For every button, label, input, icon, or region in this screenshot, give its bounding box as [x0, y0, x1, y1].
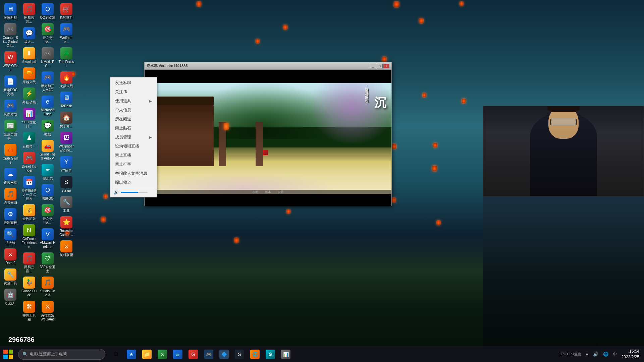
- app4-taskbar[interactable]: 🎮: [201, 347, 216, 362]
- desktop-icon-theforest[interactable]: 🌲The Forest: [58, 46, 75, 69]
- desktop-icon-rockstar[interactable]: ⭐Rockstar Games...: [58, 215, 75, 238]
- desktop-icon-jiqiren[interactable]: 🤖机器人: [2, 287, 19, 307]
- desktop-icon-qq[interactable]: Q腾讯QQ: [39, 183, 56, 202]
- desktop-icon-fengyun[interactable]: ☁逢云网盘: [2, 167, 19, 186]
- desktop-icon-newdoc[interactable]: 📄新建DOC文档: [2, 74, 19, 98]
- desktop-icon-molijia[interactable]: 🎮摩力加三人MAC: [39, 70, 56, 94]
- shuye-label: 全蒸页面事...: [2, 132, 18, 140]
- menu-item-6[interactable]: 成员管理▶: [110, 133, 157, 142]
- menu-item-3[interactable]: 个人信息: [110, 106, 157, 115]
- desktop-icon-crabgame[interactable]: 🦀Crab Game: [2, 142, 19, 166]
- desktop-icon-kongzhi[interactable]: ⚙控制面板: [2, 207, 19, 226]
- desktop-icon-yunqiyi[interactable]: ♟云棋弈...: [20, 130, 38, 150]
- desktop-icon-wallpaper[interactable]: 🖼Wallpaper Engine...: [58, 130, 75, 154]
- chuangyue-icon-img: 🔫: [23, 67, 35, 79]
- desktop-icon-fangda[interactable]: 🔍放大镜: [2, 227, 19, 246]
- desktop-icon-wps[interactable]: WWPS Office: [2, 50, 19, 73]
- desktop-icon-seo[interactable]: 📊SEO优化日...: [20, 106, 38, 130]
- desktop-icon-qqwang[interactable]: QQQ浏览器: [39, 2, 56, 21]
- menu-item-11[interactable]: 踢出频道: [110, 178, 157, 187]
- notification-area[interactable]: ∧: [584, 347, 590, 362]
- menu-item-4[interactable]: 所在频道: [110, 115, 157, 124]
- app6-taskbar[interactable]: S: [232, 347, 247, 362]
- desktop-icon-wangyi[interactable]: 🎵网易云音...: [20, 2, 38, 25]
- anquan-label: 360安全卫士: [40, 265, 56, 273]
- desktop-icon-yingjie2[interactable]: ⚔英雄联盟: [58, 239, 75, 258]
- ime-item[interactable]: 中: [612, 347, 618, 362]
- desktop-icon-moshui[interactable]: ✒墨水笔: [39, 163, 56, 182]
- volume-slider[interactable]: [121, 192, 148, 193]
- desktop-icon-nmod[interactable]: 🎮NMod+PC...: [39, 46, 56, 69]
- desktop-icon-toDesk[interactable]: 🖥ToDesk: [58, 90, 75, 110]
- desktop-icon-shenjian[interactable]: 🛠神剑工具箱: [20, 299, 38, 323]
- desktop-icon-wangyun[interactable]: 🎵网易云音...: [20, 251, 38, 275]
- desktop-icon-weixin[interactable]: 💬微信: [39, 118, 56, 138]
- desktop-icon-chuangyue[interactable]: 🔫穿越火线: [20, 66, 38, 85]
- taskview-button[interactable]: ⧉: [109, 347, 123, 362]
- win-tile-yellow: [9, 355, 13, 359]
- desktop-icon-wanjia[interactable]: 🖥玩家对战: [2, 2, 19, 21]
- desktop-icon-wanjia2[interactable]: 🎮玩家对战: [2, 98, 19, 118]
- app5-taskbar[interactable]: 🔷: [217, 347, 231, 362]
- yunzhiqi2-label: 云之奇游...: [40, 217, 56, 225]
- desktop-icon-yingjie[interactable]: ⚔英雄联盟 WeGame: [39, 299, 56, 323]
- desktop-icon-download[interactable]: ⬇download: [20, 46, 38, 65]
- start-button[interactable]: [0, 346, 16, 362]
- desktop-icon-microsoft_edge[interactable]: eMicrosoft Edge: [39, 94, 56, 118]
- desktop-icon-yyam[interactable]: YYY语音: [58, 155, 75, 174]
- menu-item-9[interactable]: 禁止打字: [110, 160, 157, 169]
- close-button[interactable]: ×: [383, 64, 389, 68]
- desktop-icon-steam[interactable]: SSteam: [58, 175, 75, 194]
- desktop-icon-gta5[interactable]: 🚗Grand Theft Auto V: [39, 138, 56, 162]
- taskbar-search[interactable]: 🔍 电影,逆流而上手电筒: [18, 349, 105, 360]
- desktop-icon-vmware[interactable]: VVMware Horizon: [39, 227, 56, 250]
- desktop-icon-dread[interactable]: 🎮Dread Hunger: [20, 150, 38, 174]
- menu-item-8[interactable]: 禁止直播: [110, 151, 157, 160]
- menu-item-1[interactable]: 关注 Ta: [110, 87, 157, 97]
- menu-item-0[interactable]: 发送私聊: [110, 78, 157, 87]
- lantern-19: [437, 221, 440, 225]
- desktop-icon-fangzi[interactable]: 🏠房子号...: [58, 110, 75, 130]
- app9-taskbar[interactable]: 📊: [278, 347, 293, 362]
- edge-taskbar-item[interactable]: e: [124, 347, 139, 362]
- network-taskbar-item[interactable]: 🌐: [602, 347, 610, 362]
- desktop-icon-waigu[interactable]: ⚡外挂功能: [20, 86, 38, 106]
- desktop-icon-gooseduck[interactable]: 🦆Goose Duck: [20, 275, 38, 299]
- desktop-icon-gongju[interactable]: 🔧工具: [58, 195, 75, 214]
- desktop-icon-anquan[interactable]: 🛡360安全卫士: [39, 251, 56, 275]
- game-window[interactable]: 逆水寒 Version:1491885 _ □ ×: [144, 62, 392, 206]
- yingjie2-label: 英雄联盟: [60, 253, 73, 257]
- app1-taskbar[interactable]: ⚔: [155, 347, 170, 362]
- menu-item-2[interactable]: 使用道具▶: [110, 97, 157, 106]
- minimize-button[interactable]: _: [370, 64, 376, 68]
- desktop-icon-geforce[interactable]: NGeForce Experience: [20, 223, 38, 250]
- longyan-label: 龙焱火线: [60, 84, 73, 88]
- desktop-icon-longyan[interactable]: 🔥龙焱火线: [58, 70, 75, 89]
- game-black-bar-bottom: 帮助 版本 设置: [145, 194, 391, 206]
- desktop-icon-riji[interactable]: 📅云在8日是大一点点搜索: [20, 175, 38, 202]
- desktop-icon-csgo[interactable]: 🎮Counter-St... Global Off...: [2, 22, 19, 49]
- desktop-icon-wejoy[interactable]: 🎮WeGame...: [58, 22, 75, 45]
- app2-taskbar[interactable]: 🐟: [170, 347, 185, 362]
- desktop-icon-huangjin[interactable]: 🔧黄金工具: [2, 267, 19, 287]
- desktop-icon-qiangou[interactable]: 🛒抢购软件: [58, 2, 75, 21]
- time-display[interactable]: 15:54 2023/2/25: [620, 347, 641, 362]
- maximize-button[interactable]: □: [377, 64, 383, 68]
- desktop-icon-jinriqian[interactable]: 💰金热汇款: [20, 203, 38, 222]
- app8-taskbar[interactable]: ⚙: [263, 347, 278, 362]
- app7-taskbar[interactable]: 🌐: [248, 347, 262, 362]
- app3-taskbar[interactable]: G: [186, 347, 201, 362]
- explorer-taskbar-item[interactable]: 📁: [140, 347, 154, 362]
- desktop-icon-yunzhiqi2[interactable]: 🎯云之奇游...: [39, 203, 56, 226]
- desktop-icon-yuyincf[interactable]: 🎵语音回归: [2, 187, 19, 206]
- desktop-icon-yunzhiqi[interactable]: 🎯云之奇游...: [39, 22, 56, 45]
- desktop-icon-studio3[interactable]: 🎵Studio One 3: [39, 275, 56, 299]
- menu-item-7[interactable]: 设为领唱直播: [110, 142, 157, 151]
- menu-item-10[interactable]: 举报此人文字消息: [110, 169, 157, 178]
- desktop-icon-feidie[interactable]: 💬放大...: [20, 26, 38, 45]
- volume-icon: 🔊: [114, 190, 119, 195]
- desktop-icon-dota2[interactable]: ⚔Dota 2: [2, 247, 19, 266]
- desktop-icon-shuye[interactable]: 📰全蒸页面事...: [2, 118, 19, 142]
- menu-item-5[interactable]: 禁止贴石: [110, 124, 157, 133]
- volume-taskbar-item[interactable]: 🔊: [592, 347, 600, 362]
